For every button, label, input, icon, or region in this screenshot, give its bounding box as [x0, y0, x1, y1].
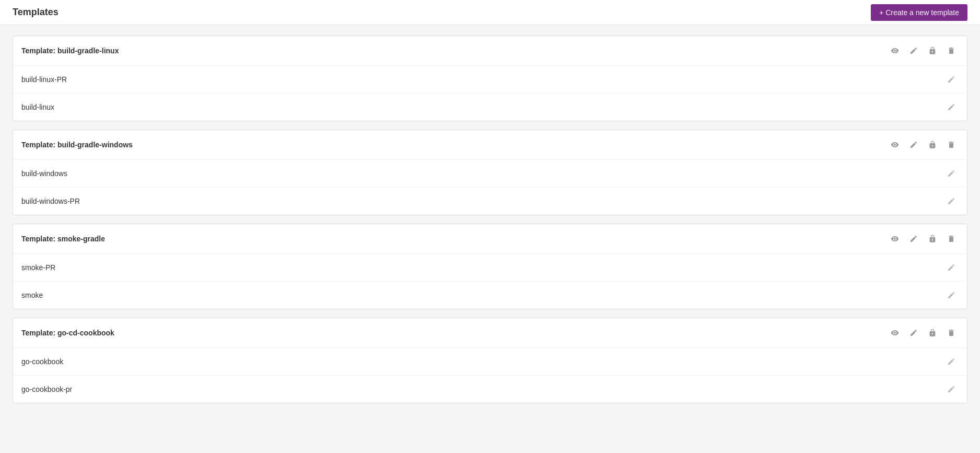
template-group-smoke-gradle: Template: smoke-gradlesmoke-PRsmoke [13, 224, 967, 309]
main-content: Template: build-gradle-linuxbuild-linux-… [0, 25, 980, 422]
template-group-go-cd-cookbook: Template: go-cd-cookbookgo-cookbookgo-co… [13, 318, 967, 403]
edit-template-icon[interactable] [906, 43, 921, 58]
view-template-icon[interactable] [888, 43, 902, 58]
template-group-build-gradle-linux: Template: build-gradle-linuxbuild-linux-… [13, 36, 967, 121]
pipeline-row: build-windows [13, 160, 967, 188]
lock-template-icon[interactable] [925, 231, 940, 246]
template-group-build-gradle-windows: Template: build-gradle-windowsbuild-wind… [13, 130, 967, 215]
template-title-build-gradle-linux: Template: build-gradle-linux [21, 47, 119, 55]
create-template-button[interactable]: + Create a new template [871, 4, 967, 21]
edit-pipeline-icon[interactable] [944, 166, 959, 181]
edit-pipeline-icon[interactable] [944, 100, 959, 114]
template-title-go-cd-cookbook: Template: go-cd-cookbook [21, 329, 114, 337]
template-actions-smoke-gradle [888, 231, 959, 246]
template-header-go-cd-cookbook: Template: go-cd-cookbook [13, 318, 967, 348]
pipeline-row: smoke-PR [13, 254, 967, 282]
pipeline-row: go-cookbook-pr [13, 376, 967, 403]
page-header: Templates + Create a new template [0, 0, 980, 25]
pipeline-name: build-linux [21, 103, 54, 111]
edit-pipeline-icon[interactable] [944, 194, 959, 208]
pipeline-row: build-linux [13, 94, 967, 121]
pipeline-name: smoke [21, 291, 43, 299]
lock-template-icon[interactable] [925, 326, 940, 340]
pipeline-name: go-cookbook [21, 357, 63, 366]
edit-template-icon[interactable] [906, 137, 921, 152]
edit-pipeline-icon[interactable] [944, 260, 959, 275]
pipeline-name: build-windows [21, 169, 67, 178]
template-title-build-gradle-windows: Template: build-gradle-windows [21, 141, 133, 149]
template-title-smoke-gradle: Template: smoke-gradle [21, 235, 105, 243]
delete-template-icon[interactable] [944, 43, 959, 58]
delete-template-icon[interactable] [944, 326, 959, 340]
template-actions-go-cd-cookbook [888, 326, 959, 340]
lock-template-icon[interactable] [925, 137, 940, 152]
template-actions-build-gradle-windows [888, 137, 959, 152]
template-header-smoke-gradle: Template: smoke-gradle [13, 224, 967, 254]
delete-template-icon[interactable] [944, 231, 959, 246]
edit-pipeline-icon[interactable] [944, 288, 959, 303]
pipeline-row: build-linux-PR [13, 66, 967, 94]
template-header-build-gradle-windows: Template: build-gradle-windows [13, 130, 967, 160]
pipeline-row: build-windows-PR [13, 188, 967, 215]
lock-template-icon[interactable] [925, 43, 940, 58]
pipeline-row: smoke [13, 282, 967, 309]
pipeline-name: build-windows-PR [21, 197, 80, 205]
delete-template-icon[interactable] [944, 137, 959, 152]
view-template-icon[interactable] [888, 326, 902, 340]
pipeline-name: build-linux-PR [21, 75, 67, 84]
edit-template-icon[interactable] [906, 326, 921, 340]
template-actions-build-gradle-linux [888, 43, 959, 58]
view-template-icon[interactable] [888, 231, 902, 246]
pipeline-name: go-cookbook-pr [21, 385, 72, 393]
edit-template-icon[interactable] [906, 231, 921, 246]
page-title: Templates [13, 7, 59, 18]
edit-pipeline-icon[interactable] [944, 354, 959, 369]
pipeline-row: go-cookbook [13, 348, 967, 376]
edit-pipeline-icon[interactable] [944, 382, 959, 397]
pipeline-name: smoke-PR [21, 263, 55, 272]
view-template-icon[interactable] [888, 137, 902, 152]
template-header-build-gradle-linux: Template: build-gradle-linux [13, 36, 967, 66]
edit-pipeline-icon[interactable] [944, 72, 959, 87]
